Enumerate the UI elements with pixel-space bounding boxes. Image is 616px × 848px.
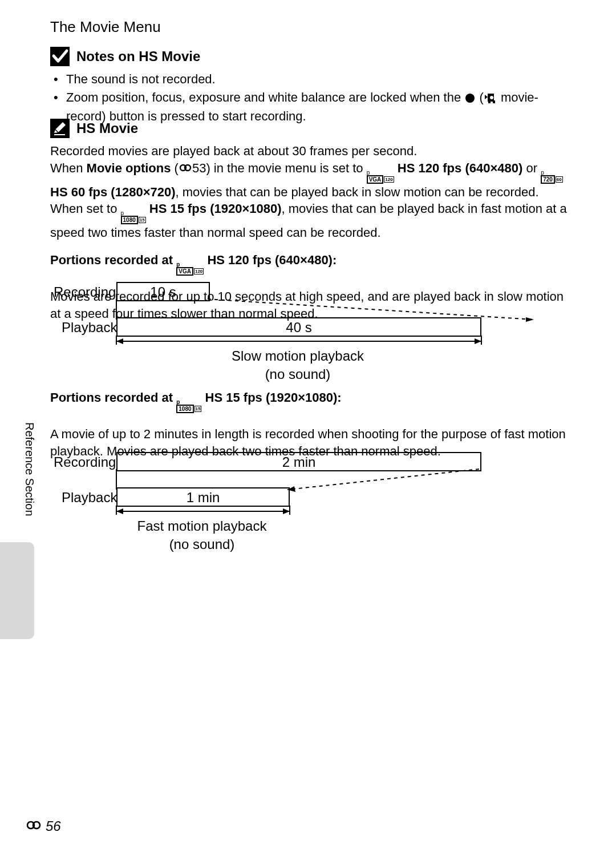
page-number: 56	[46, 817, 61, 835]
subheading: Portions recorded at p108015 HS 15 fps (…	[50, 389, 570, 413]
text-run: Portions recorded at	[50, 253, 176, 267]
text-run: When	[50, 161, 87, 175]
recording-bar: 2 min	[116, 452, 481, 471]
svg-rect-6	[491, 102, 493, 103]
text-run: ) in the movie menu is set to	[206, 161, 366, 175]
text-run: Portions recorded at	[50, 390, 176, 405]
svg-marker-2	[485, 95, 488, 99]
bullet-list: The sound is not recorded. Zoom position…	[50, 71, 570, 125]
double-arrow-icon	[114, 506, 292, 517]
caption-line: (no sound)	[116, 535, 287, 554]
movie-record-icon	[484, 91, 497, 108]
text-run: When set to	[50, 201, 121, 216]
section-notes-on-hs-movie: Notes on HS Movie The sound is not recor…	[50, 47, 570, 126]
paragraph: When Movie options (53) in the movie men…	[50, 160, 570, 201]
mode-icon-vga-120: pVGA120	[367, 171, 394, 184]
label-playback: Playback	[62, 488, 117, 507]
paragraph: Recorded movies are played back at about…	[50, 143, 570, 160]
list-item-text: The sound is not recorded.	[66, 72, 216, 86]
caption-line: Slow motion playback	[116, 347, 479, 365]
list-item-text: Zoom position, focus, exposure and white…	[66, 90, 464, 104]
diagram-slow-motion: Recording 10 s Playback 40 s Slow motion…	[50, 283, 534, 380]
section-hs-15fps: Portions recorded at p108015 HS 15 fps (…	[50, 389, 570, 459]
svg-line-9	[208, 299, 534, 320]
sidebar-label: Reference Section	[22, 422, 37, 516]
text-run: or	[522, 161, 541, 175]
mode-icon-1080-15: p108015	[176, 400, 201, 413]
sidebar-tab	[0, 542, 34, 639]
paragraph: When set to p108015 HS 15 fps (1920×1080…	[50, 200, 570, 241]
svg-line-17	[287, 469, 479, 490]
link-icon	[179, 160, 192, 177]
text-run: (	[171, 161, 178, 175]
link-icon	[25, 817, 42, 835]
xref-number: 53	[192, 161, 206, 175]
double-arrow-icon	[114, 336, 484, 347]
recording-bar: 10 s	[116, 282, 210, 301]
svg-point-1	[465, 94, 475, 103]
mode-icon-720-60: p72060	[541, 171, 563, 184]
playback-time: 40 s	[286, 320, 311, 335]
page-title: The Movie Menu	[50, 17, 161, 37]
list-item: The sound is not recorded.	[50, 71, 570, 88]
bold-option: HS 15 fps (1920×1080)	[146, 201, 282, 216]
svg-point-4	[490, 96, 493, 99]
pencil-icon	[50, 119, 70, 138]
caption-line: Fast motion playback	[116, 517, 287, 535]
label-recording: Recording	[54, 283, 116, 301]
label-recording: Recording	[54, 453, 116, 471]
playback-bar: 1 min	[116, 487, 290, 507]
label-playback: Playback	[62, 318, 117, 337]
bold-option: HS 120 fps (640×480)	[394, 161, 523, 175]
recording-time: 10 s	[150, 284, 176, 300]
bold-option: HS 60 fps (1280×720)	[50, 185, 176, 199]
section-heading: Notes on HS Movie	[76, 47, 200, 66]
subheading: Portions recorded at pVGA120 HS 120 fps …	[50, 252, 570, 276]
bold-term: Movie options	[87, 161, 171, 175]
diagram-caption: Fast motion playback (no sound)	[116, 517, 287, 554]
diagram-fast-motion: Recording 2 min Playback 1 min Fast moti…	[50, 453, 534, 550]
page-footer: 56	[25, 817, 61, 835]
section-heading: HS Movie	[76, 119, 138, 138]
text-run: HS 15 fps (1920×1080):	[201, 390, 341, 405]
svg-marker-23	[283, 508, 290, 514]
checkmark-icon	[50, 47, 70, 66]
svg-marker-10	[526, 317, 534, 322]
svg-marker-15	[475, 338, 481, 344]
playback-bar: 40 s	[116, 317, 481, 337]
diagram-caption: Slow motion playback (no sound)	[116, 347, 479, 384]
mode-icon-1080-15: p108015	[121, 211, 146, 224]
text-run: HS 120 fps (640×480):	[204, 253, 337, 267]
text-run: , movies that can be played back in slow…	[176, 185, 539, 199]
svg-marker-22	[116, 508, 123, 514]
recording-time: 2 min	[282, 454, 316, 470]
caption-line: (no sound)	[116, 365, 479, 383]
playback-time: 1 min	[187, 490, 220, 505]
svg-marker-14	[116, 338, 123, 344]
mode-icon-vga-120: pVGA120	[176, 263, 204, 276]
dot-icon	[464, 91, 476, 108]
